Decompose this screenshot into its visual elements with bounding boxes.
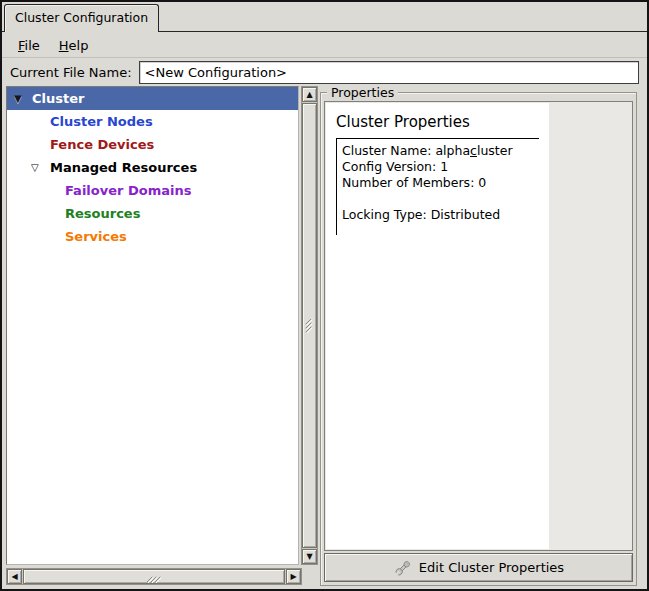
tree-item-failover-domains[interactable]: Failover Domains	[7, 179, 298, 202]
tree-vertical-scrollbar[interactable]: ▲ ▼	[301, 86, 318, 565]
expander-open-icon[interactable]: ▽	[31, 156, 39, 179]
horizontal-scrollbar-thumb[interactable]	[23, 569, 285, 584]
tab-cluster-configuration[interactable]: Cluster Configuration	[4, 4, 159, 32]
scroll-left-icon[interactable]: ◀	[7, 569, 22, 584]
scrollbar-grip-icon	[304, 319, 316, 333]
file-name-bar: Current File Name:	[2, 58, 647, 86]
tree-item-managed-resources[interactable]: ▽ Managed Resources	[7, 156, 298, 179]
cluster-properties-title: Cluster Properties	[336, 113, 539, 131]
tree-item-cluster[interactable]: ▼ Cluster	[7, 87, 298, 110]
cluster-configuration-window: Cluster Configuration File Help Current …	[0, 0, 649, 591]
properties-viewport: Cluster Properties Cluster Name: alphacl…	[324, 101, 633, 551]
tree-item-services[interactable]: Services	[7, 225, 298, 248]
scrollbar-grip-icon	[147, 571, 161, 583]
edit-button-label: Edit Cluster Properties	[419, 560, 564, 575]
vertical-scrollbar-thumb[interactable]	[302, 103, 317, 548]
properties-frame: Properties Cluster Properties Cluster Na…	[320, 92, 637, 586]
expander-open-icon[interactable]: ▼	[14, 87, 22, 110]
current-file-name-label: Current File Name:	[10, 65, 132, 80]
current-file-name-input[interactable]	[139, 61, 639, 84]
scroll-down-icon[interactable]: ▼	[302, 549, 317, 564]
config-version-line: Config Version: 1	[342, 159, 539, 175]
cluster-name-line: Cluster Name: alphacluster	[342, 143, 539, 159]
tree-item-resources[interactable]: Resources	[7, 202, 298, 225]
notebook-tab-row: Cluster Configuration	[2, 2, 647, 32]
scroll-up-icon[interactable]: ▲	[302, 87, 317, 102]
tree-horizontal-scrollbar[interactable]: ◀ ▶	[6, 568, 302, 585]
locking-type-line: Locking Type: Distributed	[342, 207, 539, 223]
menu-file[interactable]: File	[15, 36, 43, 55]
scroll-right-icon[interactable]: ▶	[286, 569, 301, 584]
cluster-properties-details: Cluster Name: alphacluster Config Versio…	[336, 138, 539, 235]
members-line: Number of Members: 0	[342, 175, 539, 191]
tree-item-cluster-nodes[interactable]: Cluster Nodes	[7, 110, 298, 133]
cluster-properties-panel: Cluster Properties Cluster Name: alphacl…	[326, 103, 549, 549]
menu-bar: File Help	[2, 32, 647, 58]
tree-item-fence-devices[interactable]: Fence Devices	[7, 133, 298, 156]
menu-help[interactable]: Help	[56, 36, 92, 55]
tab-label: Cluster Configuration	[15, 10, 148, 25]
properties-frame-label: Properties	[327, 85, 398, 100]
main-area: ▼ Cluster Cluster Nodes Fence Devices ▽ …	[2, 86, 647, 589]
cluster-tree: ▼ Cluster Cluster Nodes Fence Devices ▽ …	[6, 86, 299, 565]
wrench-icon	[393, 558, 413, 578]
edit-cluster-properties-button[interactable]: Edit Cluster Properties	[324, 553, 633, 582]
